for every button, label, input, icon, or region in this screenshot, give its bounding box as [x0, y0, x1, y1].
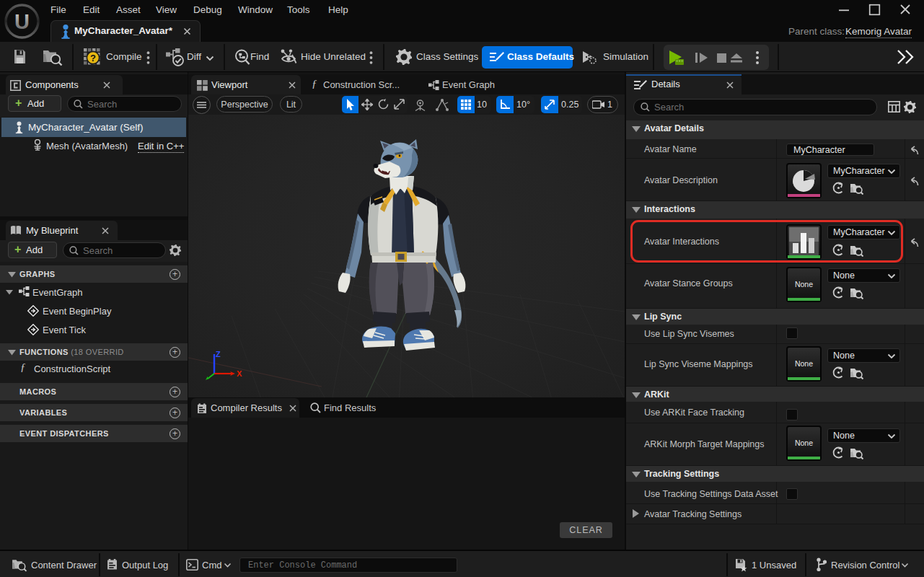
svg-text:U: U [14, 10, 30, 33]
svg-text:X: X [237, 369, 242, 378]
svg-text:?: ? [90, 53, 96, 63]
svg-text:Z: Z [216, 350, 221, 358]
